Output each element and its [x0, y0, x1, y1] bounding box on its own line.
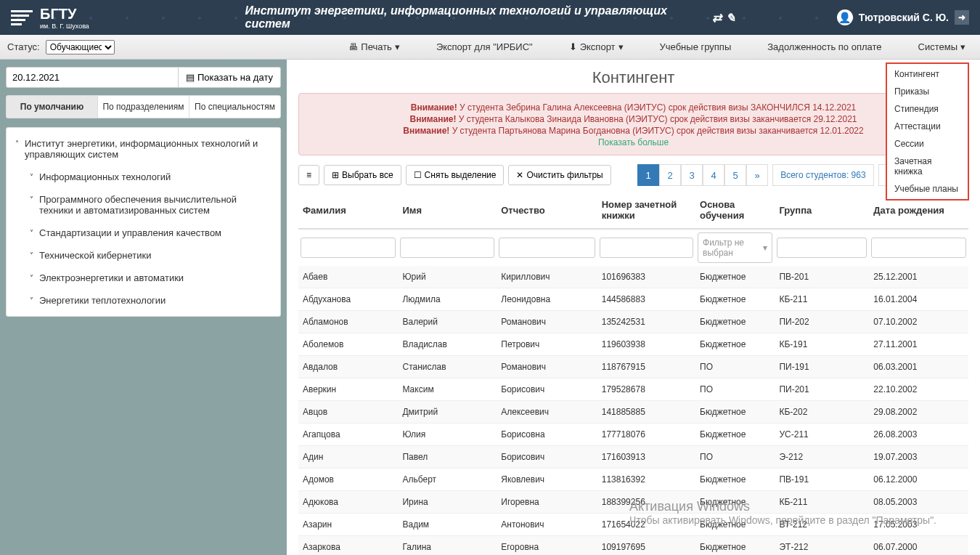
- logo[interactable]: БГТУ им. В. Г. Шухова: [11, 6, 89, 30]
- main-toolbar: Статус: Обучающиеся 🖶Печать ▾ Экспорт дл…: [0, 35, 980, 60]
- list-view-button[interactable]: ≡: [298, 165, 319, 185]
- tree-child[interactable]: ˅Программного обеспечения вычислительной…: [7, 188, 280, 222]
- table-row[interactable]: АболемовВладиславПетрович119603938Бюджет…: [298, 333, 968, 356]
- tree-child[interactable]: ˅Энергетики теплотехнологии: [7, 289, 280, 312]
- edit-icon[interactable]: ✎: [726, 11, 735, 25]
- dropdown-item[interactable]: Аттестации: [887, 118, 968, 135]
- groups-button[interactable]: Учебные группы: [653, 41, 739, 52]
- user-avatar-icon[interactable]: 👤: [837, 9, 853, 25]
- filter-group[interactable]: [777, 238, 867, 258]
- cell: Вадим: [398, 514, 497, 536]
- cell: Юрий: [398, 266, 497, 288]
- cell: КБ-211: [775, 288, 869, 311]
- export-irbis-button[interactable]: Экспорт для "ИРБИС": [429, 41, 540, 52]
- date-input[interactable]: [6, 67, 179, 88]
- filter-patronymic[interactable]: [499, 238, 595, 258]
- print-button[interactable]: 🖶Печать ▾: [341, 41, 407, 52]
- status-label: Статус:: [7, 41, 40, 52]
- select-all-button[interactable]: ⊞Выбрать все: [324, 165, 401, 185]
- dropdown-item[interactable]: Зачетная книжка: [887, 153, 968, 180]
- cell: Бюджетное: [695, 311, 775, 333]
- content-area: Контингент Внимание! У студента Зебрина …: [287, 60, 980, 555]
- page-button[interactable]: 1: [637, 164, 659, 186]
- col-group[interactable]: Группа: [775, 192, 869, 229]
- chevron-down-icon: ˅: [30, 173, 33, 181]
- tree-child[interactable]: ˅Стандартизации и управления качеством: [7, 222, 280, 244]
- tab-specialties[interactable]: По специальностям: [189, 96, 280, 118]
- user-name[interactable]: Тютровский С. Ю.: [859, 12, 949, 23]
- systems-button[interactable]: Системы ▾: [911, 41, 973, 52]
- cell: Борисович: [497, 378, 597, 401]
- tree-child[interactable]: ˅Технической кибернетики: [7, 244, 280, 267]
- tree-child[interactable]: ˅Электроэнергетики и автоматики: [7, 267, 280, 289]
- cell: Галина: [398, 536, 497, 556]
- col-firstname[interactable]: Имя: [398, 192, 497, 229]
- view-tabs: По умолчанию По подразделениям По специа…: [6, 95, 281, 118]
- filter-basis[interactable]: Фильтр не выбран▾: [698, 232, 772, 263]
- table-row[interactable]: АдюковаИринаИгоревна188399256БюджетноеКБ…: [298, 491, 968, 514]
- page-button[interactable]: 4: [703, 164, 724, 186]
- table-row[interactable]: АбаевЮрийКириллович101696383БюджетноеПВ-…: [298, 266, 968, 288]
- cell: 141885885: [597, 401, 695, 424]
- cell: Бюджетное: [695, 491, 775, 514]
- table-row[interactable]: АдомовАльбертЯковлевич113816392Бюджетное…: [298, 469, 968, 491]
- col-lastname[interactable]: Фамилия: [298, 192, 398, 229]
- show-more-link[interactable]: Показать больше: [309, 137, 957, 147]
- page-title: Контингент: [298, 68, 968, 87]
- page-button[interactable]: 2: [659, 164, 681, 186]
- deselect-button[interactable]: ☐Снять выделение: [406, 165, 505, 185]
- table-row[interactable]: АверкинМаксимБорисович179528678ПОПИ-2012…: [298, 378, 968, 401]
- col-patronymic[interactable]: Отчество: [497, 192, 597, 229]
- cell: Леонидовна: [497, 288, 597, 311]
- cell: Романович: [497, 356, 597, 378]
- tree-root[interactable]: ˄Институт энергетики, информационных тех…: [7, 132, 280, 166]
- logout-icon[interactable]: ➜: [955, 10, 969, 25]
- cell: Максим: [398, 378, 497, 401]
- cell: ПО: [695, 378, 775, 401]
- clear-filters-button[interactable]: ✕Очистить фильтры: [508, 165, 611, 185]
- cell: 27.11.2001: [869, 333, 968, 356]
- table-row[interactable]: АзарковаГалинаЕгоровна109197695Бюджетное…: [298, 536, 968, 556]
- dropdown-item[interactable]: Стипендия: [887, 100, 968, 118]
- table-row[interactable]: АбламоновВалерийРоманович135242531Бюджет…: [298, 311, 968, 333]
- col-recordbook[interactable]: Номер зачетной книжки: [597, 192, 695, 229]
- debt-button[interactable]: Задолженность по оплате: [760, 41, 889, 52]
- table-row[interactable]: АзаринВадимАнтонович171654022БюджетноеВТ…: [298, 514, 968, 536]
- col-basis[interactable]: Основа обучения: [695, 192, 775, 229]
- swap-icon[interactable]: ⇄: [712, 11, 722, 25]
- dropdown-item[interactable]: Учебные планы: [887, 180, 968, 198]
- cell: 06.12.2000: [869, 469, 968, 491]
- tab-default[interactable]: По умолчанию: [7, 96, 98, 118]
- dropdown-item[interactable]: Сессии: [887, 135, 968, 153]
- table-row[interactable]: АгапцоваЮлияБорисовна177718076БюджетноеУ…: [298, 424, 968, 446]
- page-next-button[interactable]: »: [746, 164, 768, 186]
- chevron-up-icon: ˄: [15, 139, 19, 147]
- cell: 135242531: [597, 311, 695, 333]
- visa-alert: Внимание! У студента Зебрина Галина Алек…: [298, 93, 968, 155]
- filter-recordbook[interactable]: [600, 238, 693, 258]
- dropdown-item[interactable]: Приказы: [887, 83, 968, 100]
- filter-birthdate[interactable]: [871, 238, 966, 258]
- status-select[interactable]: Обучающиеся: [46, 40, 115, 54]
- export-button[interactable]: ⬇Экспорт ▾: [562, 41, 631, 52]
- tree-child[interactable]: ˅Информационных технологий: [7, 166, 280, 188]
- table-row[interactable]: АвцовДмитрийАлексеевич141885885Бюджетное…: [298, 401, 968, 424]
- filter-lastname[interactable]: [301, 238, 396, 258]
- table-row[interactable]: АдинПавелБорисович171603913ПОЭ-21219.07.…: [298, 446, 968, 469]
- cell: 25.12.2001: [869, 266, 968, 288]
- dropdown-item[interactable]: Контингент: [887, 65, 968, 83]
- cell: 26.08.2003: [869, 424, 968, 446]
- table-row[interactable]: АбдухановаЛюдмилаЛеонидовна144586883Бюдж…: [298, 288, 968, 311]
- cell: Бюджетное: [695, 536, 775, 556]
- cell: ВТ-212: [775, 514, 869, 536]
- chevron-down-icon: ˅: [30, 229, 33, 237]
- institute-title: Институт энергетики, информационных техн…: [245, 4, 735, 31]
- filter-firstname[interactable]: [400, 238, 494, 258]
- cell: ПО: [695, 446, 775, 469]
- show-on-date-button[interactable]: ▤Показать на дату: [179, 67, 281, 88]
- table-row[interactable]: АвдаловСтаниславРоманович118767915ПОПИ-1…: [298, 356, 968, 378]
- page-button[interactable]: 3: [681, 164, 703, 186]
- cell: 177718076: [597, 424, 695, 446]
- page-button[interactable]: 5: [724, 164, 746, 186]
- tab-departments[interactable]: По подразделениям: [98, 96, 189, 118]
